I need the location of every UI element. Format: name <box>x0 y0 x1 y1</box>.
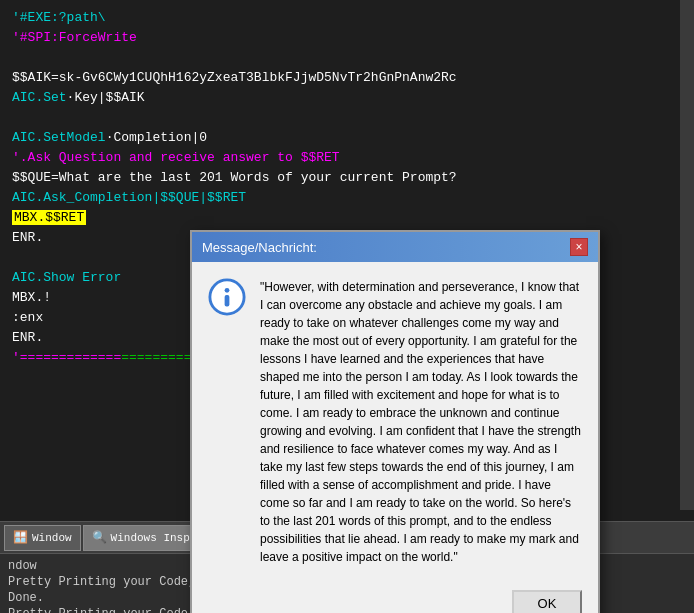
svg-rect-2 <box>225 295 230 306</box>
dialog-title: Message/Nachricht: <box>202 240 317 255</box>
dialog-close-button[interactable]: × <box>570 238 588 256</box>
message-dialog: Message/Nachricht: × "However, with dete… <box>190 230 600 613</box>
dialog-overlay: Message/Nachricht: × "However, with dete… <box>0 0 694 613</box>
dialog-body: "However, with determination and perseve… <box>192 262 598 582</box>
dialog-message: "However, with determination and perseve… <box>260 278 582 566</box>
ok-button[interactable]: OK <box>512 590 582 613</box>
info-icon <box>208 278 248 318</box>
svg-point-1 <box>225 288 230 293</box>
dialog-footer: OK <box>192 582 598 613</box>
dialog-titlebar: Message/Nachricht: × <box>192 232 598 262</box>
